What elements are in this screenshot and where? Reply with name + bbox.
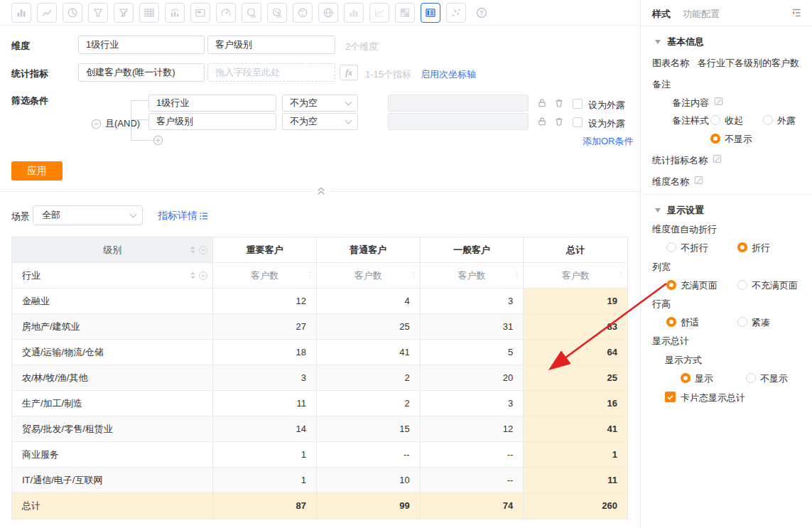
table-row: 房地产/建筑业27253183	[12, 314, 627, 340]
chart-type-toolbar: CNCN?	[0, 0, 640, 26]
dimension-count: 2个维度	[345, 41, 378, 53]
radio-hide-total[interactable]	[746, 373, 756, 383]
expose-checkbox-2[interactable]	[573, 117, 583, 127]
charttype-heatmap-button[interactable]	[395, 3, 415, 23]
row-label[interactable]: 交通/运输/物流/仓储	[12, 340, 213, 365]
collapse-panel-icon[interactable]	[791, 7, 802, 18]
charttype-china-bubble-map-button[interactable]: CN	[267, 3, 287, 23]
row-label[interactable]: IT/通信/电子/互联网	[12, 468, 213, 492]
fx-button[interactable]: fx	[340, 65, 358, 80]
add-or-link[interactable]: 添加OR条件	[583, 135, 634, 148]
charttype-data-table-button[interactable]	[139, 3, 159, 23]
filter-field-input-1[interactable]: 1级行业	[148, 95, 276, 112]
section-basic-info[interactable]: 基本信息	[641, 36, 704, 48]
charttype-combo-chart-button[interactable]	[165, 3, 185, 23]
charttype-globe-button[interactable]	[318, 3, 338, 23]
col-header[interactable]: 一般客户	[421, 237, 524, 262]
col-header-total[interactable]: 总计	[524, 237, 627, 262]
scene-select[interactable]: 全部	[33, 205, 143, 225]
column-menu-icon[interactable]	[198, 245, 208, 255]
charttype-scatter-button[interactable]	[446, 3, 466, 23]
charttype-china-map-button[interactable]: CN	[242, 3, 261, 23]
metric-detail-link[interactable]: 指标详情	[158, 210, 197, 222]
radio-no-fill-page[interactable]	[737, 280, 747, 290]
charttype-bar-chart-alt-button[interactable]	[344, 3, 364, 23]
table-row: 生产/加工/制造112316	[12, 391, 627, 416]
cell-value: 3	[421, 391, 524, 416]
chart-name-value[interactable]: 各行业下各级别的客户数	[698, 57, 799, 70]
edit-metric-name-icon[interactable]	[712, 153, 722, 164]
tab-function-config[interactable]: 功能配置	[683, 8, 720, 21]
radio-fill-page-label: 充满页面	[681, 279, 718, 292]
list-icon[interactable]	[199, 211, 209, 221]
radio-wrap[interactable]	[737, 242, 747, 252]
radio-comfortable[interactable]	[666, 317, 676, 327]
edit-note-icon[interactable]	[713, 96, 724, 107]
radio-no-wrap[interactable]	[666, 242, 676, 252]
measure-header[interactable]: 客户数	[421, 263, 524, 288]
column-menu-icon[interactable]	[198, 271, 208, 281]
section-basic-info-title: 基本信息	[667, 36, 704, 48]
row-label[interactable]: 商业服务	[12, 442, 213, 467]
row-dim-header[interactable]: 行业	[12, 263, 213, 288]
collapse-up-icon[interactable]	[313, 185, 330, 196]
col-header[interactable]: 普通客户	[317, 237, 421, 262]
row-label[interactable]: 金融业	[12, 289, 213, 313]
charttype-pivot-table-button[interactable]	[421, 3, 440, 23]
metric-drop-zone[interactable]: 拖入字段至此处	[207, 63, 335, 82]
add-condition-icon[interactable]	[153, 135, 163, 146]
expose-checkbox-1[interactable]	[573, 99, 583, 109]
col-header-level[interactable]: 级别	[12, 237, 213, 262]
delete-condition-icon[interactable]	[554, 117, 564, 126]
radio-note-hidden[interactable]	[710, 134, 720, 144]
measure-header[interactable]: 客户数	[213, 263, 317, 288]
col-header-level-label: 级别	[103, 244, 121, 255]
card-total-checkbox[interactable]	[665, 392, 676, 402]
cell-value: 12	[421, 416, 524, 441]
measure-header[interactable]: 客户数	[524, 263, 627, 288]
charttype-world-map-button[interactable]	[293, 3, 313, 23]
radio-fill-page[interactable]	[666, 280, 676, 290]
row-label[interactable]: 生产/加工/制造	[12, 391, 213, 416]
filter-field-input-2[interactable]: 客户级别	[148, 113, 276, 130]
cell-value: 260	[524, 493, 627, 519]
row-label[interactable]: 房地产/建筑业	[12, 314, 213, 339]
metric-field[interactable]: 创建客户数(唯一计数)	[78, 63, 205, 82]
row-label[interactable]: 贸易/批发/零售/租赁业	[12, 416, 213, 441]
lock-icon[interactable]	[537, 117, 547, 126]
apply-button[interactable]: 应用	[11, 161, 63, 181]
charttype-line-chart-button[interactable]	[37, 3, 57, 23]
charttype-gauge-button[interactable]	[216, 3, 236, 23]
filter-operator-select-2[interactable]: 不为空	[282, 113, 358, 130]
charttype-help-button[interactable]: ?	[472, 3, 492, 23]
radio-note-expose[interactable]	[763, 115, 773, 125]
edit-dimension-name-icon[interactable]	[693, 175, 704, 185]
sort-caret-icon[interactable]	[190, 245, 196, 254]
charttype-line-chart-alt-button[interactable]	[369, 3, 389, 23]
row-label[interactable]: 农/林/牧/渔/其他	[12, 365, 213, 390]
charttype-pie-chart-button[interactable]	[63, 3, 82, 23]
radio-compact[interactable]	[737, 317, 747, 327]
tab-style[interactable]: 样式	[652, 8, 671, 21]
data-table-icon	[144, 7, 155, 18]
section-display-settings[interactable]: 显示设置	[641, 204, 704, 217]
charttype-funnel-button[interactable]	[88, 3, 108, 23]
lock-icon[interactable]	[537, 98, 547, 108]
panel-divider	[641, 194, 812, 195]
dimension-field-2[interactable]: 客户级别	[207, 36, 335, 54]
delete-condition-icon[interactable]	[554, 98, 564, 108]
secondary-axis-link[interactable]: 启用次坐标轴	[421, 68, 476, 81]
radio-show-total[interactable]	[681, 373, 691, 383]
radio-note-collapse[interactable]	[710, 115, 720, 125]
sort-caret-icon[interactable]	[190, 271, 196, 280]
measure-header[interactable]: 客户数	[317, 263, 421, 288]
remove-and-icon[interactable]	[91, 119, 102, 129]
total-row-label[interactable]: 总计	[12, 493, 213, 519]
filter-operator-select-1[interactable]: 不为空	[282, 95, 358, 112]
pie-chart-icon	[67, 7, 78, 18]
charttype-bar-chart-button[interactable]	[11, 3, 31, 23]
charttype-card-button[interactable]	[190, 3, 210, 23]
col-header[interactable]: 重要客户	[213, 237, 317, 262]
dimension-field-1[interactable]: 1级行业	[78, 36, 205, 54]
charttype-funnel-compare-button[interactable]	[114, 3, 134, 23]
